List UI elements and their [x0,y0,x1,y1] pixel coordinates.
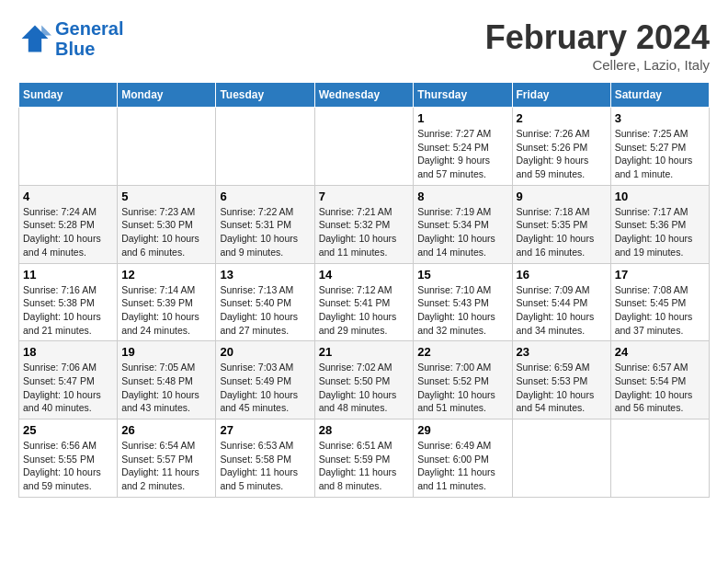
calendar-cell: 5Sunrise: 7:23 AM Sunset: 5:30 PM Daylig… [118,185,216,263]
day-number: 27 [220,423,310,437]
day-info: Sunrise: 7:19 AM Sunset: 5:34 PM Dayligh… [417,205,507,259]
day-number: 12 [121,268,211,282]
calendar-cell: 26Sunrise: 6:54 AM Sunset: 5:57 PM Dayli… [118,419,216,498]
day-number: 1 [417,111,507,125]
day-number: 15 [417,268,507,282]
day-number: 24 [615,345,705,359]
calendar-cell [512,419,610,498]
day-number: 5 [121,190,211,203]
day-info: Sunrise: 7:23 AM Sunset: 5:30 PM Dayligh… [121,205,211,259]
day-info: Sunrise: 7:13 AM Sunset: 5:40 PM Dayligh… [220,283,310,338]
day-info: Sunrise: 7:21 AM Sunset: 5:32 PM Dayligh… [319,205,410,259]
day-info: Sunrise: 6:56 AM Sunset: 5:55 PM Dayligh… [23,439,113,493]
calendar-week-row: 1Sunrise: 7:27 AM Sunset: 5:24 PM Daylig… [19,108,710,186]
day-number: 11 [23,268,113,282]
day-number: 2 [517,111,607,125]
day-info: Sunrise: 6:54 AM Sunset: 5:57 PM Dayligh… [121,439,211,493]
day-info: Sunrise: 7:17 AM Sunset: 5:36 PM Dayligh… [615,205,705,259]
day-number: 7 [319,190,410,203]
calendar-cell: 24Sunrise: 6:57 AM Sunset: 5:54 PM Dayli… [610,341,709,419]
weekday-header-cell: Monday [118,83,216,108]
calendar-cell: 29Sunrise: 6:49 AM Sunset: 6:00 PM Dayli… [414,419,512,498]
calendar-cell: 7Sunrise: 7:21 AM Sunset: 5:32 PM Daylig… [314,185,414,263]
weekday-header-cell: Sunday [19,83,118,108]
calendar-cell: 17Sunrise: 7:08 AM Sunset: 5:45 PM Dayli… [610,263,709,341]
month-title: February 2024 [485,18,710,57]
weekday-header-cell: Thursday [414,83,512,108]
logo-icon [18,22,51,55]
day-info: Sunrise: 6:49 AM Sunset: 6:00 PM Dayligh… [417,439,507,493]
svg-marker-1 [41,26,51,36]
day-info: Sunrise: 7:05 AM Sunset: 5:48 PM Dayligh… [121,361,211,415]
calendar-cell: 19Sunrise: 7:05 AM Sunset: 5:48 PM Dayli… [118,341,216,419]
day-info: Sunrise: 7:12 AM Sunset: 5:41 PM Dayligh… [319,283,410,338]
calendar-cell: 27Sunrise: 6:53 AM Sunset: 5:58 PM Dayli… [216,419,314,498]
weekday-header-row: SundayMondayTuesdayWednesdayThursdayFrid… [19,83,710,108]
calendar-week-row: 18Sunrise: 7:06 AM Sunset: 5:47 PM Dayli… [19,341,710,419]
day-info: Sunrise: 6:53 AM Sunset: 5:58 PM Dayligh… [220,439,310,493]
day-info: Sunrise: 6:51 AM Sunset: 5:59 PM Dayligh… [319,439,410,493]
calendar-cell: 22Sunrise: 7:00 AM Sunset: 5:52 PM Dayli… [414,341,512,419]
logo-general: General [55,18,123,39]
day-number: 14 [319,268,410,282]
day-info: Sunrise: 6:59 AM Sunset: 5:53 PM Dayligh… [517,361,607,415]
day-number: 29 [417,423,507,437]
day-info: Sunrise: 7:02 AM Sunset: 5:50 PM Dayligh… [319,361,410,415]
calendar-week-row: 25Sunrise: 6:56 AM Sunset: 5:55 PM Dayli… [19,419,710,498]
day-info: Sunrise: 7:03 AM Sunset: 5:49 PM Dayligh… [220,361,310,415]
weekday-header-cell: Friday [512,83,610,108]
weekday-header-cell: Tuesday [216,83,314,108]
day-number: 8 [417,190,507,203]
calendar-cell [216,108,314,186]
day-info: Sunrise: 7:24 AM Sunset: 5:28 PM Dayligh… [23,205,113,259]
page-header: General Blue February 2024 Cellere, Lazi… [18,18,710,73]
calendar-cell: 15Sunrise: 7:10 AM Sunset: 5:43 PM Dayli… [414,263,512,341]
calendar-cell: 18Sunrise: 7:06 AM Sunset: 5:47 PM Dayli… [19,341,118,419]
day-number: 6 [220,190,310,203]
calendar-cell [19,108,118,186]
calendar-body: 1Sunrise: 7:27 AM Sunset: 5:24 PM Daylig… [19,108,710,498]
day-number: 18 [23,345,113,359]
day-info: Sunrise: 7:26 AM Sunset: 5:26 PM Dayligh… [517,127,607,181]
day-number: 26 [121,423,211,437]
calendar-cell: 1Sunrise: 7:27 AM Sunset: 5:24 PM Daylig… [414,108,512,186]
day-info: Sunrise: 7:22 AM Sunset: 5:31 PM Dayligh… [220,205,310,259]
calendar-cell: 14Sunrise: 7:12 AM Sunset: 5:41 PM Dayli… [314,263,414,341]
calendar-table: SundayMondayTuesdayWednesdayThursdayFrid… [18,82,710,498]
logo-blue: Blue [55,39,123,59]
day-number: 22 [417,345,507,359]
title-block: February 2024 Cellere, Lazio, Italy [485,18,710,73]
day-number: 21 [319,345,410,359]
day-number: 28 [319,423,410,437]
day-info: Sunrise: 7:10 AM Sunset: 5:43 PM Dayligh… [417,283,507,338]
calendar-cell: 4Sunrise: 7:24 AM Sunset: 5:28 PM Daylig… [19,185,118,263]
day-info: Sunrise: 7:00 AM Sunset: 5:52 PM Dayligh… [417,361,507,415]
calendar-cell: 9Sunrise: 7:18 AM Sunset: 5:35 PM Daylig… [512,185,610,263]
calendar-cell: 23Sunrise: 6:59 AM Sunset: 5:53 PM Dayli… [512,341,610,419]
weekday-header-cell: Saturday [610,83,709,108]
day-number: 25 [23,423,113,437]
calendar-cell: 6Sunrise: 7:22 AM Sunset: 5:31 PM Daylig… [216,185,314,263]
day-number: 23 [517,345,607,359]
day-info: Sunrise: 7:06 AM Sunset: 5:47 PM Dayligh… [23,361,113,415]
calendar-cell: 20Sunrise: 7:03 AM Sunset: 5:49 PM Dayli… [216,341,314,419]
day-info: Sunrise: 7:14 AM Sunset: 5:39 PM Dayligh… [121,283,211,338]
day-number: 10 [615,190,705,203]
calendar-cell: 8Sunrise: 7:19 AM Sunset: 5:34 PM Daylig… [414,185,512,263]
day-info: Sunrise: 7:08 AM Sunset: 5:45 PM Dayligh… [615,283,705,338]
calendar-week-row: 11Sunrise: 7:16 AM Sunset: 5:38 PM Dayli… [19,263,710,341]
day-info: Sunrise: 7:16 AM Sunset: 5:38 PM Dayligh… [23,283,113,338]
calendar-cell: 3Sunrise: 7:25 AM Sunset: 5:27 PM Daylig… [610,108,709,186]
calendar-cell [314,108,414,186]
day-info: Sunrise: 7:27 AM Sunset: 5:24 PM Dayligh… [417,127,507,181]
calendar-cell: 28Sunrise: 6:51 AM Sunset: 5:59 PM Dayli… [314,419,414,498]
day-number: 20 [220,345,310,359]
location: Cellere, Lazio, Italy [485,57,710,73]
day-info: Sunrise: 7:09 AM Sunset: 5:44 PM Dayligh… [517,283,607,338]
calendar-cell: 12Sunrise: 7:14 AM Sunset: 5:39 PM Dayli… [118,263,216,341]
logo: General Blue [18,18,123,59]
calendar-cell [118,108,216,186]
day-number: 9 [517,190,607,203]
calendar-cell [610,419,709,498]
calendar-cell: 13Sunrise: 7:13 AM Sunset: 5:40 PM Dayli… [216,263,314,341]
